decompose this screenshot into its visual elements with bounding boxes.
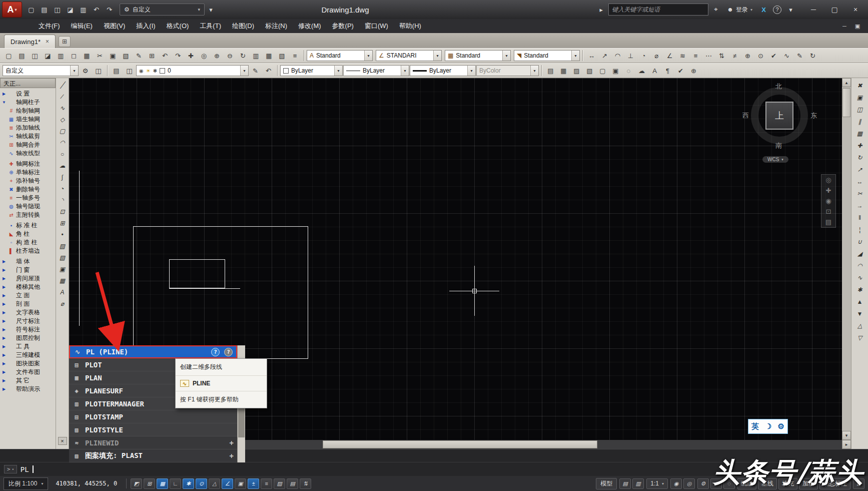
extend-button[interactable]: → [854, 200, 866, 211]
array-button[interactable]: ▦ [854, 128, 866, 139]
draworder-back-button[interactable]: ▼ [854, 308, 866, 319]
tool-palettes-button[interactable]: ▧ [276, 50, 288, 62]
tz-menu-item[interactable]: ✚ 轴网标注 [0, 160, 56, 168]
tz-menu-item[interactable]: ▌ 柱齐墙边 [0, 247, 56, 255]
undo-button[interactable]: ↶ [90, 4, 103, 16]
move-button[interactable]: ✚ [854, 140, 866, 151]
tz-menu-item[interactable]: ≡ 一轴多号 [0, 194, 56, 202]
annotation-scale-combo[interactable]: 1:1 ▾ [646, 478, 668, 489]
scrollbar-thumb[interactable] [842, 88, 850, 117]
tz-menu-item[interactable]: ∿ 轴改线型 [0, 149, 56, 158]
menu-item[interactable]: 编辑(E) [66, 19, 98, 33]
login-button[interactable]: ☻ 登录 ▾ [723, 6, 756, 14]
boundary-button[interactable]: ▢ [596, 65, 609, 77]
3d-object-snap-toggle[interactable]: △ [209, 478, 220, 489]
ellipse-arc-button[interactable]: ◝ [57, 195, 68, 205]
blend-curves-button[interactable]: ∿ [854, 272, 866, 283]
dynamic-input-toggle[interactable]: ± [248, 478, 259, 489]
polar-tracking-toggle[interactable]: ✱ [183, 478, 194, 489]
ime-language-button[interactable]: 英 [751, 422, 759, 431]
tz-status-toggle[interactable]: 加粗 [799, 478, 818, 489]
erase-button[interactable]: ✖ [854, 80, 866, 91]
tz-menu-item[interactable]: ▶ 墙 体 [0, 257, 56, 266]
tz-menu-item[interactable]: ▶ 帮助演示 [0, 385, 56, 393]
tz-menu-item[interactable]: ▶ 房间屋顶 [0, 274, 56, 283]
search-icon[interactable]: ⌖ [709, 4, 722, 16]
rectangle-button[interactable]: ▢ [57, 126, 68, 136]
viewcube-north[interactable]: 北 [775, 82, 782, 91]
dropdown-arrow-icon[interactable]: ▾ [334, 66, 342, 76]
region-button[interactable]: ▣ [57, 264, 68, 274]
arc-button[interactable]: ◠ [57, 137, 68, 148]
viewcube-west[interactable]: 西 [742, 111, 749, 120]
rotate-button[interactable]: ↻ [854, 152, 866, 163]
dim-aligned-button[interactable]: ↗ [598, 50, 611, 62]
tz-menu-item[interactable]: ▶ 文件布图 [0, 368, 56, 376]
copy-clip-button[interactable]: ▣ [107, 50, 119, 62]
dim-jogged-button[interactable]: ∿ [780, 50, 793, 62]
break-button[interactable]: ‖ [854, 212, 866, 223]
expand-category-icon[interactable]: + [230, 439, 234, 447]
zoom-window-button[interactable]: ⊕ [211, 50, 223, 62]
match-properties-button[interactable]: ✎ [133, 50, 145, 62]
tz-menu-item[interactable]: # 绘制轴网 [0, 107, 56, 115]
draworder-below-button[interactable]: ▽ [854, 332, 866, 343]
search-history-button[interactable]: ▸ [595, 4, 607, 16]
workspace-combo-2[interactable]: 自定义 ▾ [3, 65, 79, 76]
dim-diameter-button[interactable]: ⌀ [650, 50, 663, 62]
redo-button[interactable]: ↷ [103, 4, 116, 16]
suggestion-hatch-plast[interactable]: ▨ 图案填充: PLAST ? ? + [69, 449, 237, 462]
selection-cycling-toggle[interactable]: ⇅ [300, 478, 311, 489]
command-input[interactable]: PL [21, 465, 29, 473]
make-object-layer-current-button[interactable]: ✎ [249, 65, 262, 77]
tz-status-toggle[interactable]: 动态标注 [819, 478, 850, 489]
scale-button[interactable]: ↗ [854, 164, 866, 175]
table-button[interactable]: ▦ [557, 65, 570, 77]
annotation-autoscale-button[interactable]: ◎ [683, 478, 695, 489]
linetype-combo[interactable]: ByLayer ▾ [343, 65, 409, 76]
table-button[interactable]: ▦ [57, 275, 68, 286]
scroll-up-button[interactable]: ▴ [842, 78, 851, 87]
dim-inspect-button[interactable]: ✔ [767, 50, 780, 62]
tz-menu-item[interactable]: ▶ 文字表格 [0, 308, 56, 317]
save-button[interactable]: ◫ [51, 4, 64, 16]
dropdown-arrow-icon[interactable]: ▾ [433, 51, 441, 61]
mdi-restore-button[interactable]: ▣ [851, 23, 864, 30]
publish-button[interactable]: ▦ [81, 50, 93, 62]
trim-button[interactable]: ✂ [854, 188, 866, 199]
fillet-button[interactable]: ◠ [854, 260, 866, 271]
tz-menu-item[interactable]: ▶ 设 置 [0, 90, 56, 98]
properties-button[interactable]: ▥ [250, 50, 262, 62]
explode-button[interactable]: ✱ [854, 284, 866, 295]
isolate-objects-button[interactable]: ◌ [723, 478, 735, 489]
find-button[interactable]: ⊕ [687, 65, 700, 77]
chamfer-button[interactable]: ◢ [854, 248, 866, 259]
tz-menu-item[interactable]: ▶ 其 它 [0, 376, 56, 385]
quick-properties-toggle[interactable]: ▤ [287, 478, 298, 489]
suggestion-plinewid[interactable]: ≈ PLINEWID ? ? + [69, 436, 237, 449]
ime-settings-gear-icon[interactable]: ⚙ [778, 422, 784, 431]
nav-tool-button[interactable]: ⊡ [826, 208, 831, 215]
block-editor-button[interactable]: ⊞ [146, 50, 158, 62]
text-button[interactable]: A [648, 65, 661, 77]
stretch-button[interactable]: ↔ [854, 176, 866, 187]
redo-button[interactable]: ↷ [172, 50, 184, 62]
tolerance-button[interactable]: ⊕ [741, 50, 754, 62]
close-button[interactable]: × [845, 2, 866, 17]
workspace-switching-button[interactable]: ⚙ [697, 478, 709, 489]
viewcube[interactable]: 北 南 西 东 上 WCS ▾ [744, 82, 814, 161]
tz-menu-item[interactable]: ▼ 轴网柱子 [0, 98, 56, 107]
help-button[interactable]: ? [771, 4, 783, 16]
viewcube-top-face[interactable]: 上 [765, 102, 793, 130]
spellcheck-button[interactable]: ✔ [674, 65, 687, 77]
tz-menu-item[interactable]: ▶ 立 面 [0, 291, 56, 300]
dropdown-arrow-icon[interactable]: ▾ [571, 51, 579, 61]
tz-menu-item[interactable]: ▪ 标 准 柱 [0, 221, 56, 230]
circle-button[interactable]: ○ [57, 149, 68, 159]
save-as-button[interactable]: ◪ [64, 4, 77, 16]
transparency-toggle[interactable]: ▨ [274, 478, 285, 489]
layer-previous-button[interactable]: ↶ [262, 65, 275, 77]
offset-button[interactable]: ∥ [854, 116, 866, 127]
dim-style-combo[interactable]: ∠ STANDARI ▾ [376, 50, 442, 61]
nav-tool-button[interactable]: ◎ [825, 176, 831, 184]
